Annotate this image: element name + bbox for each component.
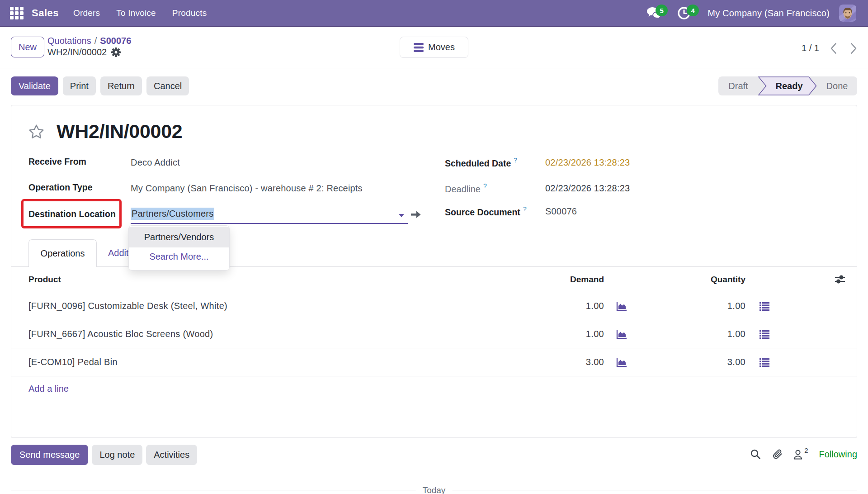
return-button[interactable]: Return [100, 76, 142, 95]
forecast-chart-icon[interactable] [616, 357, 627, 367]
user-avatar[interactable] [839, 5, 856, 22]
app-name[interactable]: Sales [32, 7, 59, 19]
validate-button[interactable]: Validate [11, 76, 58, 95]
log-note-button[interactable]: Log note [92, 445, 142, 465]
paperclip-icon [772, 449, 783, 460]
pager: 1 / 1 [802, 28, 857, 68]
apps-grid-icon[interactable] [10, 6, 24, 20]
table-header-row: Product Demand Quantity [11, 267, 857, 292]
table-row[interactable]: [FURN_0096] Customizable Desk (Steel, Wh… [11, 292, 857, 320]
status-ready[interactable]: Ready [758, 76, 817, 95]
status-ready-label: Ready [772, 81, 802, 91]
messages-button[interactable]: 5 [646, 6, 662, 20]
quantity-cell[interactable]: 3.00 [638, 357, 745, 367]
source-document-label: Source Document? [445, 205, 527, 218]
menu-products[interactable]: Products [172, 8, 207, 18]
cancel-button[interactable]: Cancel [146, 76, 189, 95]
operations-table: Product Demand Quantity [FURN_0096] Cust… [11, 267, 857, 401]
deadline-value[interactable]: 02/23/2026 13:28:23 [545, 183, 630, 194]
dropdown-option-partners-vendors[interactable]: Partners/Vendors [129, 227, 229, 247]
autocomplete-dropdown: Partners/Vendors Search More... [128, 225, 230, 271]
detailed-operations-icon[interactable] [760, 302, 769, 311]
scheduled-date-help-icon[interactable]: ? [514, 157, 517, 164]
moves-bars-icon [413, 43, 424, 52]
followers-person-icon [793, 449, 803, 460]
deadline-label: Deadline? [445, 182, 487, 195]
product-cell[interactable]: [E-COM10] Pedal Bin [28, 357, 543, 367]
document-title: WH2/IN/00002 [57, 120, 182, 142]
send-message-button[interactable]: Send message [11, 445, 88, 465]
activities-button[interactable]: 4 [678, 6, 692, 20]
settings-gear-button[interactable] [111, 48, 121, 57]
form-sheet: WH2/IN/00002 Receive From Deco Addict Op… [11, 105, 857, 438]
menu-to-invoice[interactable]: To Invoice [116, 8, 156, 18]
forecast-chart-icon[interactable] [616, 329, 627, 339]
table-row[interactable]: [FURN_6667] Acoustic Bloc Screens (Wood)… [11, 320, 857, 348]
status-done[interactable]: Done [817, 76, 857, 95]
attach-files-button[interactable] [772, 449, 783, 460]
internal-link-arrow-button[interactable] [410, 209, 422, 220]
quantity-cell[interactable]: 1.00 [638, 301, 745, 311]
followers-button[interactable]: 2 [793, 449, 808, 460]
action-row: Validate Print Return Cancel Draft Ready… [0, 69, 868, 105]
operation-type-value[interactable]: My Company (San Francisco) - warehouse #… [131, 183, 363, 194]
column-quantity[interactable]: Quantity [638, 275, 745, 285]
product-cell[interactable]: [FURN_0096] Customizable Desk (Steel, Wh… [28, 301, 543, 311]
tab-operations[interactable]: Operations [28, 239, 97, 267]
product-cell[interactable]: [FURN_6667] Acoustic Bloc Screens (Wood) [28, 329, 543, 339]
source-document-value[interactable]: S00076 [545, 206, 577, 217]
status-draft[interactable]: Draft [718, 76, 758, 95]
moves-smart-button[interactable]: Moves [400, 37, 468, 58]
forecast-chart-icon[interactable] [616, 301, 627, 311]
breadcrumb-s00076[interactable]: S00076 [100, 36, 131, 46]
search-messages-button[interactable] [750, 449, 761, 460]
pager-previous-button[interactable] [830, 43, 837, 54]
column-demand[interactable]: Demand [543, 275, 604, 285]
deadline-help-icon[interactable]: ? [483, 182, 487, 190]
statusbar: Draft Ready Done [718, 76, 857, 95]
chatter-tools: 2 Following [750, 449, 857, 460]
breadcrumb: Quotations/S00076 WH2/IN/00002 [47, 36, 131, 57]
favorite-star-button[interactable] [28, 124, 44, 139]
navbar: Sales Orders To Invoice Products 5 [0, 0, 868, 27]
demand-cell[interactable]: 3.00 [543, 357, 604, 367]
dropdown-search-more[interactable]: Search More... [129, 247, 229, 266]
destination-location-label: Destination Location [28, 209, 116, 219]
receive-from-value[interactable]: Deco Addict [131, 157, 180, 168]
detailed-operations-icon[interactable] [760, 358, 769, 367]
demand-cell[interactable]: 1.00 [543, 329, 604, 339]
column-product[interactable]: Product [28, 275, 543, 285]
new-button[interactable]: New [11, 37, 44, 57]
scheduled-date-value[interactable]: 02/23/2026 13:28:23 [545, 157, 630, 168]
gear-icon [111, 48, 121, 57]
add-a-line-link[interactable]: Add a line [28, 384, 69, 394]
destination-location-selected-text: Partners/Customers [131, 208, 214, 220]
demand-cell[interactable]: 1.00 [543, 301, 604, 311]
destination-location-input[interactable]: Partners/Customers [131, 207, 408, 224]
print-button[interactable]: Print [63, 76, 96, 95]
optional-columns-icon[interactable] [835, 275, 845, 284]
menu-orders[interactable]: Orders [73, 8, 100, 18]
operation-type-label: Operation Type [28, 182, 93, 193]
quantity-cell[interactable]: 1.00 [638, 329, 745, 339]
today-divider-label: Today [416, 485, 453, 494]
following-toggle[interactable]: Following [819, 449, 857, 460]
action-buttons: Validate Print Return Cancel [11, 76, 189, 95]
breadcrumb-quotations[interactable]: Quotations [47, 36, 91, 46]
activities-badge: 4 [687, 5, 699, 16]
scheduled-date-label: Scheduled Date? [445, 157, 517, 169]
star-icon [28, 124, 44, 139]
pager-value: 1 / 1 [802, 43, 819, 53]
company-switcher[interactable]: My Company (San Francisco) [708, 8, 830, 19]
table-row[interactable]: [E-COM10] Pedal Bin 3.00 3.00 [11, 348, 857, 376]
messages-badge: 5 [656, 5, 668, 16]
detailed-operations-icon[interactable] [760, 330, 769, 339]
title-row: WH2/IN/00002 [28, 120, 182, 142]
activities-button-chatter[interactable]: Activities [146, 445, 197, 465]
source-document-help-icon[interactable]: ? [523, 205, 527, 213]
chatter-buttons: Send message Log note Activities [11, 445, 197, 465]
pager-next-button[interactable] [850, 43, 857, 54]
odoo-screen: Sales Orders To Invoice Products 5 [0, 0, 868, 494]
dropdown-caret-icon[interactable] [399, 214, 404, 217]
breadcrumb-current: WH2/IN/00002 [47, 47, 107, 57]
